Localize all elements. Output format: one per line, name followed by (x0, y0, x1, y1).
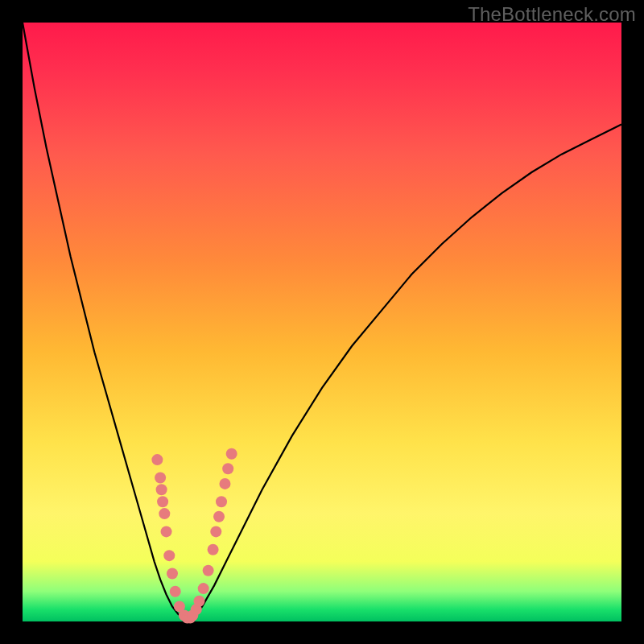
curve-marker (155, 472, 166, 483)
curve-marker (198, 583, 209, 594)
curve-marker (226, 448, 237, 460)
curve-marker (157, 496, 168, 507)
curve-marker (208, 544, 219, 555)
plot-area (23, 23, 621, 621)
curve-marker (156, 484, 167, 495)
curve-marker (203, 565, 214, 576)
curve-marker (170, 586, 181, 597)
curve-marker (222, 463, 233, 474)
curve-marker (210, 526, 221, 537)
watermark-text: TheBottleneck.com (468, 3, 636, 26)
curve-marker (193, 596, 204, 607)
curve-marker (216, 496, 227, 507)
curve-marker (151, 454, 163, 465)
curve-marker (219, 478, 230, 489)
curve-svg (23, 23, 621, 621)
curve-markers (151, 448, 237, 624)
curve-marker (159, 508, 170, 519)
curve-marker (167, 568, 178, 579)
curve-marker (161, 526, 172, 537)
curve-marker (213, 511, 225, 522)
chart-frame: TheBottleneck.com (0, 0, 644, 644)
bottleneck-curve (23, 23, 621, 618)
curve-marker (163, 550, 175, 561)
